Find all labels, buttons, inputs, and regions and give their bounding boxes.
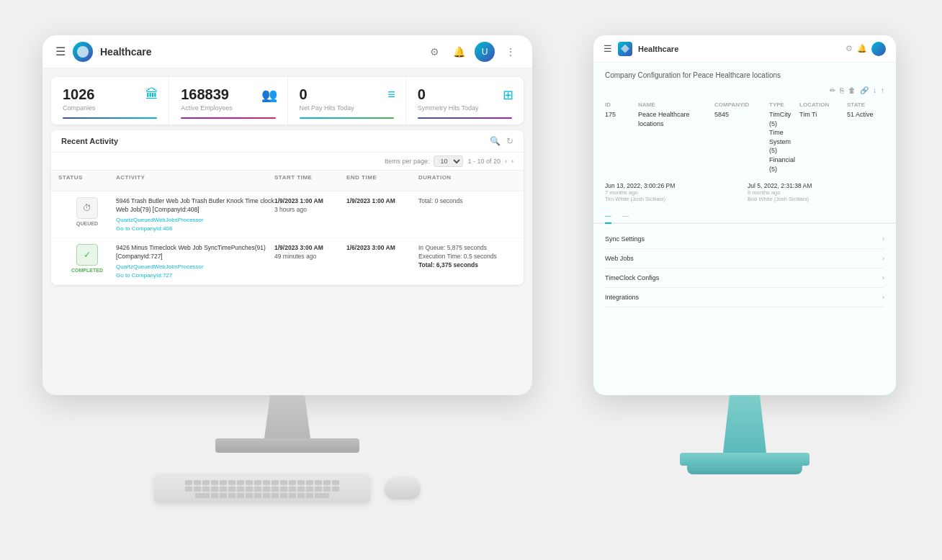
action-icons-row: ✏ ⎘ 🗑 🔗 ↓ ↑ [593, 83, 896, 97]
end-time-cell: 1/9/2023 1:00 AM [346, 197, 418, 206]
date-block-1: Jun 13, 2022, 3:00:26 PM 7 months ago Ti… [605, 182, 742, 202]
hamburger-icon[interactable]: ☰ [55, 45, 66, 58]
table-header: STATUS ACTIVITY START TIME END TIME DURA… [51, 171, 524, 191]
stat-netpay-number: 0 [300, 86, 394, 103]
stat-symmetry-label: Symmetry Hits Today [418, 104, 512, 112]
table-row: ⏱ QUEUED 5946 Trash Butler Web Job Trash… [51, 191, 524, 238]
employees-bar [181, 117, 275, 119]
more-icon[interactable]: ⋮ [502, 43, 519, 60]
notifications-icon[interactable]: 🔔 [450, 43, 467, 60]
state-value: 51 Active [847, 110, 890, 119]
stat-netpay-label: Net Pay Hits Today [300, 104, 394, 112]
accordion-sync-settings[interactable]: Sync Settings › [605, 230, 884, 249]
right-topbar: ☰ Healthcare ⚙ 🔔 [593, 35, 896, 63]
duration-line-3: Total: 6,375 seconds [418, 261, 524, 270]
location-value: Tim Ti [799, 110, 843, 119]
pagination-range: 1 - 10 of 20 [467, 158, 501, 165]
activity-title: Recent Activity [61, 137, 118, 145]
queued-icon-box: ⏱ [76, 197, 98, 219]
type-val-2: Time System (5) [769, 128, 795, 155]
mouse [385, 477, 421, 500]
stat-employees-label: Active Employees [181, 104, 275, 112]
th-status: STATUS [58, 174, 116, 187]
page-size-select[interactable]: 10 20 50 [434, 155, 463, 167]
search-icon[interactable]: 🔍 [490, 136, 501, 146]
refresh-icon[interactable]: ↻ [506, 136, 513, 146]
netpay-bar [300, 117, 394, 119]
activity-header: Recent Activity 🔍 ↻ [51, 130, 524, 153]
tab-1[interactable]: — [605, 209, 611, 224]
location-label: Location [799, 101, 843, 108]
activity-link-company[interactable]: Go to CompanyId:408 [116, 225, 274, 232]
pagination-bar: Items per page: 10 20 50 1 - 10 of 20 ‹ … [51, 153, 524, 171]
id-block: Id 175 [605, 101, 634, 119]
right-settings-icon[interactable]: ⚙ [845, 44, 853, 53]
chevron-icon-integrations: › [882, 294, 884, 301]
logo-inner [77, 46, 89, 58]
stat-netpay: 0 Net Pay Hits Today ≡ [288, 77, 406, 125]
start-sub-2: 49 minutes ago [274, 253, 346, 261]
date-block-2: Jul 5, 2022, 2:31:38 AM 6 months ago Bob… [748, 182, 884, 202]
chevron-icon-sync: › [882, 235, 884, 243]
company-info-grid: Id 175 Name Peace Healthcare locations C… [593, 97, 896, 178]
upload-icon[interactable]: ↑ [881, 86, 884, 94]
delete-icon[interactable]: 🗑 [848, 86, 856, 94]
companies-icon: 🏛 [145, 87, 158, 102]
activity-details: 5946 Trash Butler Web Job Trash Butler K… [116, 197, 274, 232]
accordion-timeclock[interactable]: TimeClock Configs › [605, 268, 884, 288]
state-block: State 51 Active [847, 101, 890, 119]
right-topbar-icons: ⚙ 🔔 [845, 42, 886, 56]
edit-icon[interactable]: ✏ [830, 86, 835, 94]
left-topbar: ☰ Healthcare ⚙ 🔔 U ⋮ [42, 35, 532, 68]
start-time: 1/9/2023 1:00 AM [274, 197, 346, 206]
accordion-web-jobs[interactable]: Web Jobs › [605, 249, 884, 268]
accordion-list: Sync Settings › Web Jobs › TimeClock Con… [593, 224, 896, 313]
duration-cell-2: In Queue: 5,875 seconds Execution Time: … [418, 244, 524, 270]
start-time-cell: 1/9/2023 1:00 AM 3 hours ago [274, 197, 346, 214]
pagination-label: Items per page: [385, 158, 430, 165]
left-stand [215, 395, 359, 453]
duration-line-2: Execution Time: 0.5 seconds [418, 253, 524, 261]
tab-2[interactable]: — [623, 209, 629, 224]
next-page-icon[interactable]: › [511, 158, 513, 165]
prev-page-icon[interactable]: ‹ [505, 158, 507, 165]
config-header: Company Configuration for Peace Healthca… [593, 63, 896, 83]
date-value-1: Jun 13, 2022, 3:00:26 PM [605, 182, 742, 189]
date-created-1: Tim White (Josh Siciliani) [605, 196, 742, 202]
right-bell-icon[interactable]: 🔔 [857, 44, 867, 53]
stat-companies: 1026 Companies 🏛 [51, 77, 169, 125]
copy-icon[interactable]: ⎘ [840, 86, 844, 94]
activity-link-processor[interactable]: QuartzQueuedWebJobsProcessor [116, 217, 274, 223]
right-logo-inner [621, 45, 629, 53]
location-block: Location Tim Ti [799, 101, 843, 119]
link-icon[interactable]: 🔗 [860, 86, 869, 94]
download-icon[interactable]: ↓ [873, 86, 876, 94]
th-end: END TIME [346, 174, 418, 187]
right-avatar[interactable] [871, 42, 886, 56]
left-screen-content: ☰ Healthcare ⚙ 🔔 U ⋮ 1026 Companies [42, 35, 532, 395]
completed-label: COMPLETED [71, 268, 103, 273]
id-value: 175 [605, 110, 634, 119]
right-screen: ☰ Healthcare ⚙ 🔔 Company Configuration f… [593, 35, 896, 395]
right-screen-content: ☰ Healthcare ⚙ 🔔 Company Configuration f… [593, 35, 896, 395]
end-time-2: 1/6/2023 3:00 AM [346, 244, 418, 253]
right-stand [680, 395, 809, 474]
activity-link-processor-2[interactable]: QuartzQueuedWebJobsProcessor [116, 263, 274, 270]
left-screen: ☰ Healthcare ⚙ 🔔 U ⋮ 1026 Companies [42, 35, 532, 395]
netpay-icon: ≡ [387, 87, 395, 102]
th-activity: ACTIVITY [116, 174, 274, 187]
accordion-integrations[interactable]: Integrations › [605, 288, 884, 307]
avatar[interactable]: U [475, 42, 495, 62]
start-time-sub: 3 hours ago [274, 206, 346, 214]
right-hamburger-icon[interactable]: ☰ [604, 43, 612, 54]
stat-symmetry-number: 0 [418, 86, 512, 103]
settings-icon[interactable]: ⚙ [426, 43, 443, 60]
employees-icon: 👥 [261, 87, 277, 103]
start-time-2: 1/9/2023 3:00 AM [274, 244, 346, 253]
symmetry-icon: ⊞ [503, 87, 513, 103]
accordion-label-sync: Sync Settings [605, 235, 645, 243]
activity-details-2: 9426 Minus Timeclock Web Job SyncTimePun… [116, 244, 274, 279]
right-stand-foot [687, 466, 802, 474]
company-id-label: CompanyId [714, 101, 765, 108]
activity-link-company-2[interactable]: Go to CompanyId:727 [116, 272, 274, 279]
